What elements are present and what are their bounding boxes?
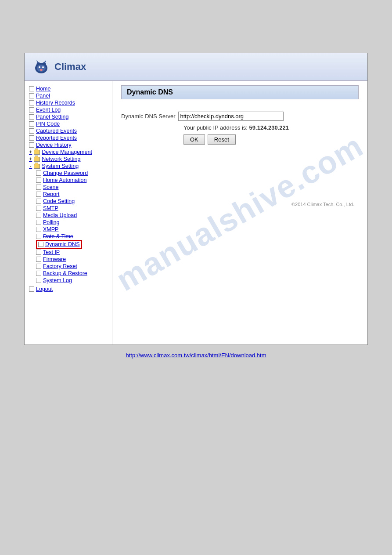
ip-row: Your public IP address is: 59.124.230.22…	[183, 124, 359, 131]
svg-point-8	[40, 69, 43, 71]
page-icon	[29, 135, 34, 141]
sidebar-item-pin-code[interactable]: PIN Code	[29, 120, 112, 127]
sidebar-item-dynamic-dns[interactable]: Dynamic DNS	[36, 240, 82, 249]
ip-label: Your public IP address is:	[183, 124, 248, 131]
sidebar-item-factory-reset[interactable]: Factory Reset	[36, 263, 112, 270]
sidebar-item-system-setting[interactable]: - System Setting	[29, 163, 112, 170]
page-icon	[36, 192, 41, 197]
sidebar-item-system-log[interactable]: System Log	[36, 277, 112, 284]
page-icon	[36, 227, 41, 232]
sidebar-item-home-automation[interactable]: Home Automation	[36, 177, 112, 184]
page-icon	[29, 100, 34, 105]
svg-point-7	[42, 66, 44, 68]
page-icon	[38, 242, 43, 247]
logo-area: Climax	[32, 58, 86, 75]
server-input[interactable]	[178, 112, 284, 121]
page-icon	[29, 86, 34, 91]
page-icon	[29, 114, 34, 120]
page-icon	[36, 250, 41, 255]
sidebar-item-test-ip[interactable]: Test IP	[36, 249, 112, 256]
sidebar-item-panel[interactable]: Panel	[29, 92, 112, 99]
sidebar-item-report[interactable]: Report	[36, 191, 112, 198]
button-row: OK Reset	[183, 134, 359, 145]
page-icon	[36, 220, 41, 225]
sidebar-item-reported-events[interactable]: Reported Events	[29, 134, 112, 141]
sidebar-item-device-management[interactable]: + Device Management	[29, 149, 112, 156]
sidebar-item-backup-restore[interactable]: Backup & Restore	[36, 270, 112, 277]
page-icon	[36, 234, 41, 239]
sidebar-item-panel-setting[interactable]: Panel Setting	[29, 113, 112, 120]
page-icon	[36, 170, 41, 176]
sidebar-item-event-log[interactable]: Event Log	[29, 106, 112, 113]
sidebar-item-code-setting[interactable]: Code Setting	[36, 198, 112, 205]
sidebar-item-change-password[interactable]: Change Password	[36, 170, 112, 177]
sidebar-item-network-setting[interactable]: + Network Setting	[29, 156, 112, 163]
page-icon	[29, 93, 34, 98]
server-row: Dynamic DNS Server	[121, 112, 359, 121]
folder-icon	[34, 157, 40, 162]
page-icon	[29, 121, 34, 127]
sidebar-item-history-records[interactable]: History Records	[29, 99, 112, 106]
logo-text: Climax	[54, 61, 86, 73]
page-icon	[36, 257, 41, 262]
sidebar: Home Panel History Records Event Log Pan…	[25, 81, 112, 345]
sidebar-item-home[interactable]: Home	[29, 85, 112, 92]
section-title: Dynamic DNS	[121, 85, 359, 99]
ok-button[interactable]: OK	[183, 134, 205, 145]
page-icon	[29, 287, 34, 292]
sidebar-item-scene[interactable]: Scene	[36, 184, 112, 191]
logo-icon	[32, 58, 51, 75]
sidebar-item-polling[interactable]: Polling	[36, 219, 112, 226]
sidebar-item-date-time[interactable]: Date & Time	[36, 233, 112, 240]
svg-marker-3	[36, 60, 39, 63]
sidebar-item-logout[interactable]: Logout	[29, 286, 112, 293]
page-icon	[36, 271, 41, 276]
bottom-link-area: http://www.climax.com.tw/climax/html/EN/…	[24, 352, 368, 359]
main-panel: manualshive.com Dynamic DNS Dynamic DNS …	[112, 81, 367, 345]
page-icon	[29, 107, 34, 112]
server-label: Dynamic DNS Server	[121, 113, 176, 120]
header-bar: Climax	[25, 53, 367, 81]
sidebar-item-media-upload[interactable]: Media Upload	[36, 212, 112, 219]
page-icon	[36, 213, 41, 218]
page-icon	[36, 206, 41, 211]
page-icon	[36, 178, 41, 183]
reset-button[interactable]: Reset	[208, 134, 236, 145]
form-area: Dynamic DNS Server Your public IP addres…	[121, 107, 359, 149]
sidebar-item-smtp[interactable]: SMTP	[36, 205, 112, 212]
copyright: ©2014 Climax Tech. Co., Ltd.	[121, 202, 359, 207]
bottom-link[interactable]: http://www.climax.com.tw/climax/html/EN/…	[126, 352, 266, 359]
sidebar-item-firmware[interactable]: Firmware	[36, 256, 112, 263]
svg-marker-4	[44, 60, 46, 63]
page-icon	[29, 142, 34, 148]
page-icon	[36, 264, 41, 269]
page-icon	[36, 278, 41, 283]
page-icon	[36, 185, 41, 190]
folder-icon	[34, 150, 40, 155]
page-icon	[36, 199, 41, 204]
sidebar-item-captured-events[interactable]: Captured Events	[29, 127, 112, 134]
ip-value: 59.124.230.221	[249, 124, 289, 131]
folder-icon	[34, 164, 40, 169]
svg-point-6	[39, 66, 40, 68]
sidebar-item-xmpp[interactable]: XMPP	[36, 226, 112, 233]
page-icon	[29, 128, 34, 134]
sidebar-item-device-history[interactable]: Device History	[29, 141, 112, 149]
